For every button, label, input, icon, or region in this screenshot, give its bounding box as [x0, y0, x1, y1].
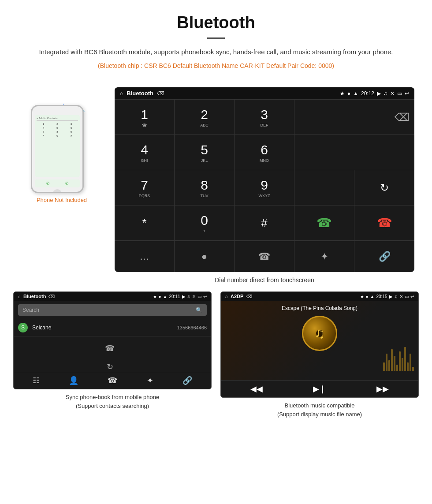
pb-scr-icon: ▭ [197, 294, 201, 299]
bottom-section: ⌂ Bluetooth ⌫ ★ ● ▲ 20:11 ▶ ♫ ✕ ▭ ↩ [0, 287, 432, 427]
pb-cam-icon: ▶ [182, 294, 186, 299]
pb-title: Bluetooth [23, 294, 46, 299]
search-icon[interactable]: 🔍 [196, 307, 202, 313]
pb-sig-icon: ▲ [163, 294, 168, 299]
key-star[interactable]: * [115, 205, 175, 241]
pb-home-icon[interactable]: ⌂ [18, 294, 21, 299]
key-7[interactable]: 7 PQRS [115, 170, 175, 205]
time-display: 20:12 [361, 90, 374, 97]
music-item: ⌂ A2DP ⌫ ★ ● ▲ 20:15 ▶ ♫ ✕ ▭ ↩ Esc [220, 291, 419, 418]
pb-time: 20:11 [169, 294, 180, 299]
music-scr-icon: ▭ [405, 294, 409, 299]
key-3[interactable]: 3 DEF [235, 100, 294, 135]
call-button[interactable]: ☎ [294, 205, 354, 241]
add-contacts-label: + Add to Contacts [37, 117, 78, 121]
album-art: ♫ [302, 316, 337, 351]
page-header: Bluetooth Integrated with BC6 Bluetooth … [0, 0, 432, 83]
music-bt-icon: ★ [360, 294, 364, 299]
pb-status-bar: ⌂ Bluetooth ⌫ ★ ● ▲ 20:11 ▶ ♫ ✕ ▭ ↩ [14, 292, 211, 301]
dial-display: ⌫ [294, 100, 414, 135]
music-back-icon[interactable]: ↩ [410, 294, 414, 299]
phone-area: ✶ + Add to Contacts 123 456 789 *0# ✆ ✆ [13, 87, 110, 203]
page-title: Bluetooth [26, 13, 406, 32]
contact-row[interactable]: S Seicane 13566664466 [14, 319, 211, 336]
search-bar[interactable]: Search 🔍 [18, 304, 207, 316]
dial-screen-title: Bluetooth [127, 90, 153, 97]
phonebook-item: ⌂ Bluetooth ⌫ ★ ● ▲ 20:11 ▶ ♫ ✕ ▭ ↩ [13, 291, 212, 418]
key-2[interactable]: 2 ABC [175, 100, 235, 135]
pb-contacts-icon[interactable]: 👤 [69, 376, 78, 385]
contacts-tab[interactable]: ● [175, 241, 235, 272]
contact-avatar: S [18, 323, 28, 332]
pb-phone-icon[interactable]: ☎ [108, 376, 117, 385]
key-8[interactable]: 8 TUV [175, 170, 235, 205]
music-usb-icon: ⌫ [246, 294, 252, 299]
pb-grid-icon[interactable]: ☷ [33, 376, 40, 385]
pb-x-icon[interactable]: ✕ [192, 294, 196, 299]
key-hash[interactable]: # [235, 205, 294, 241]
dial-empty-row3a [294, 170, 354, 205]
next-button[interactable]: ▶▶ [376, 384, 389, 394]
dial-screen: ⌂ Bluetooth ⌫ ★ ● ▲ 20:12 ▶ ♫ ✕ ▭ ↩ [115, 87, 414, 272]
pb-loc-icon: ● [159, 294, 161, 299]
music-title: A2DP [231, 294, 243, 299]
location-icon: ● [347, 90, 350, 97]
prev-button[interactable]: ◀◀ [250, 384, 263, 394]
equalizer-bars [383, 345, 414, 371]
play-pause-button[interactable]: ▶❙ [313, 384, 326, 394]
phonebook-caption: Sync phone-book from mobile phone (Suppo… [13, 393, 212, 410]
dial-bottom-row: … ● ☎ ✦ 🔗 [115, 241, 414, 272]
orange-info: (Bluetooth chip : CSR BC6 Default Blueto… [26, 61, 406, 71]
music-sig-icon: ▲ [370, 294, 375, 299]
middle-section: ✶ + Add to Contacts 123 456 789 *0# ✆ ✆ [0, 83, 432, 287]
music-time: 20:15 [376, 294, 387, 299]
music-status-bar: ⌂ A2DP ⌫ ★ ● ▲ 20:15 ▶ ♫ ✕ ▭ ↩ [221, 292, 418, 301]
music-cam-icon: ▶ [389, 294, 393, 299]
dialpad-tab[interactable]: … [115, 241, 175, 272]
volume-icon[interactable]: ♫ [384, 90, 387, 97]
pb-vol-icon: ♫ [187, 294, 191, 299]
signal-icon: ▲ [353, 90, 358, 97]
pb-back-icon[interactable]: ↩ [203, 294, 207, 299]
phone-not-included-text: Phone Not Included [37, 197, 87, 203]
refresh-button[interactable]: ↻ [354, 170, 414, 205]
music-x-icon[interactable]: ✕ [399, 294, 403, 299]
pb-bottom-bar: ☷ 👤 ☎ ✦ 🔗 [14, 372, 211, 389]
phone-home-btn [53, 189, 62, 193]
phonebook-screenshot: ⌂ Bluetooth ⌫ ★ ● ▲ 20:11 ▶ ♫ ✕ ▭ ↩ [13, 291, 212, 389]
x-icon[interactable]: ✕ [390, 90, 395, 97]
key-6[interactable]: 6 MNO [235, 135, 294, 170]
music-loc-icon: ● [366, 294, 369, 299]
phone-not-included: Phone Not Included [37, 197, 87, 203]
end-call-button[interactable]: ☎ [354, 205, 414, 241]
key-5[interactable]: 5 JKL [175, 135, 235, 170]
dial-caption: Dial number direct from touchscreen [115, 276, 414, 287]
phone-mockup: + Add to Contacts 123 456 789 *0# ✆ ✆ [31, 105, 84, 193]
key-0[interactable]: 0 + [175, 205, 235, 241]
link-tab[interactable]: 🔗 [354, 241, 414, 272]
dial-empty-row2 [294, 135, 414, 170]
dial-keypad: 1 ☎ 2 ABC 3 DEF [115, 99, 414, 241]
refresh-action-icon[interactable]: ↻ [107, 362, 113, 372]
backspace-icon[interactable]: ⌫ [395, 111, 410, 123]
camera-icon[interactable]: ▶ [377, 90, 381, 97]
pb-bt-tab-icon[interactable]: ✦ [147, 376, 153, 385]
music-controls: ◀◀ ▶❙ ▶▶ [221, 380, 418, 397]
call-action-icon[interactable]: ☎ [105, 343, 115, 353]
home-icon[interactable]: ⌂ [120, 90, 123, 97]
pb-link-icon[interactable]: 🔗 [182, 376, 192, 385]
back-icon[interactable]: ↩ [405, 90, 409, 97]
call-log-tab[interactable]: ☎ [235, 241, 294, 272]
music-screenshot: ⌂ A2DP ⌫ ★ ● ▲ 20:15 ▶ ♫ ✕ ▭ ↩ Esc [220, 291, 419, 398]
phone-keypad: 123 456 789 *0# [37, 122, 78, 138]
key-9[interactable]: 9 WXYZ [235, 170, 294, 205]
header-description: Integrated with BC6 Bluetooth module, su… [26, 47, 406, 57]
bluetooth-tab[interactable]: ✦ [294, 241, 354, 272]
screen-icon[interactable]: ▭ [397, 90, 402, 97]
key-4[interactable]: 4 GHI [115, 135, 175, 170]
phone-image-wrap: ✶ + Add to Contacts 123 456 789 *0# ✆ ✆ [31, 96, 93, 193]
bluetooth-status-icon: ★ [340, 90, 345, 97]
music-home-icon[interactable]: ⌂ [225, 294, 228, 299]
title-divider [207, 37, 225, 39]
key-1[interactable]: 1 ☎ [115, 100, 175, 135]
